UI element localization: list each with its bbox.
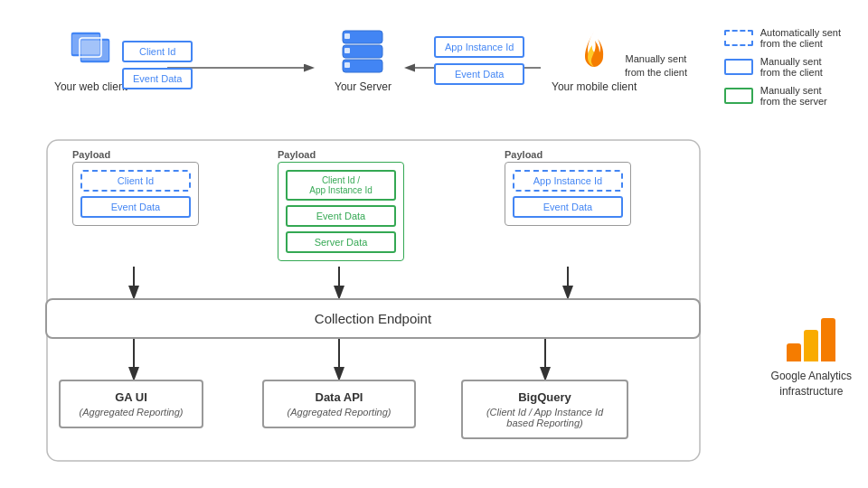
web-client-icon xyxy=(63,27,118,77)
payload-web-label: Payload xyxy=(72,149,199,160)
payload-web-event-data: Event Data xyxy=(80,196,191,218)
payload-mobile-box: App Instance Id Event Data xyxy=(505,162,631,226)
svg-rect-23 xyxy=(344,62,350,68)
ga-bar-1 xyxy=(787,343,801,361)
web-client: Your web client Client Id Event Data xyxy=(54,27,127,93)
legend-item-auto: Automatically sentfrom the client xyxy=(724,27,841,49)
svg-rect-17 xyxy=(344,33,350,39)
server-icon xyxy=(335,27,390,77)
web-client-label: Your web client xyxy=(54,80,127,93)
legend-box-manual-server xyxy=(724,88,753,104)
output-bigquery: BigQuery (Client Id / App Instance Idbas… xyxy=(461,380,628,439)
collection-endpoint: Collection Endpoint xyxy=(45,298,701,339)
ga-infrastructure-label: Google Analyticsinfrastructure xyxy=(771,369,852,399)
ga-bar-2 xyxy=(804,330,818,361)
ga-infrastructure: Google Analyticsinfrastructure xyxy=(771,316,852,399)
server: Your Server xyxy=(335,27,392,93)
mobile-client-icon xyxy=(570,27,619,77)
output-bigquery-title: BigQuery xyxy=(472,390,618,404)
svg-rect-14 xyxy=(81,41,108,61)
manually-sent-label: Manually sentfrom the client xyxy=(625,52,687,80)
legend-label-manual-server: Manually sentfrom the server xyxy=(760,85,827,107)
payload-web-client-id: Client Id xyxy=(80,170,191,192)
payload-mobile-label: Payload xyxy=(505,149,631,160)
payload-server-label: Payload xyxy=(278,149,404,160)
legend-box-manual-client xyxy=(724,59,753,75)
legend-item-manual-server: Manually sentfrom the server xyxy=(724,85,841,107)
web-event-data-box: Event Data xyxy=(122,68,193,89)
payload-mobile-event-data: Event Data xyxy=(513,196,623,218)
payload-web: Payload Client Id Event Data xyxy=(72,149,199,226)
ga-icon xyxy=(787,316,835,361)
output-ga-ui-subtitle: (Aggregated Reporting) xyxy=(70,407,193,418)
collection-endpoint-label: Collection Endpoint xyxy=(315,311,431,326)
diagram: Automatically sentfrom the client Manual… xyxy=(0,0,868,488)
payload-mobile: Payload App Instance Id Event Data xyxy=(505,149,631,226)
mobile-client-label: Your mobile client xyxy=(552,80,637,93)
output-bigquery-subtitle: (Client Id / App Instance Idbased Report… xyxy=(472,407,618,428)
payload-server-client-id: Client Id /App Instance Id xyxy=(286,170,396,201)
web-client-id-box: Client Id xyxy=(122,41,193,62)
output-data-api: Data API (Aggregated Reporting) xyxy=(262,380,416,428)
output-ga-ui: GA UI (Aggregated Reporting) xyxy=(59,380,203,428)
payload-mobile-app-instance-id: App Instance Id xyxy=(513,170,623,192)
legend: Automatically sentfrom the client Manual… xyxy=(724,27,841,107)
svg-rect-20 xyxy=(344,48,350,53)
payload-server-server-data: Server Data xyxy=(286,231,396,253)
output-data-api-title: Data API xyxy=(273,390,405,404)
payload-server-box: Client Id /App Instance Id Event Data Se… xyxy=(278,162,404,261)
legend-item-manual-client: Manually sentfrom the client xyxy=(724,56,841,78)
legend-box-auto xyxy=(724,30,753,46)
legend-label-manual-client: Manually sentfrom the client xyxy=(760,56,823,78)
payload-server-event-data: Event Data xyxy=(286,205,396,227)
payload-web-box: Client Id Event Data xyxy=(72,162,199,226)
output-ga-ui-title: GA UI xyxy=(70,390,193,404)
mobile-event-data-box: Event Data xyxy=(434,63,524,85)
payload-server: Payload Client Id /App Instance Id Event… xyxy=(278,149,404,261)
legend-label-auto: Automatically sentfrom the client xyxy=(760,27,841,49)
mobile-app-instance-id-box: App Instance Id xyxy=(434,36,524,58)
output-data-api-subtitle: (Aggregated Reporting) xyxy=(273,407,405,418)
server-label: Your Server xyxy=(335,80,392,93)
ga-bar-3 xyxy=(821,318,835,361)
